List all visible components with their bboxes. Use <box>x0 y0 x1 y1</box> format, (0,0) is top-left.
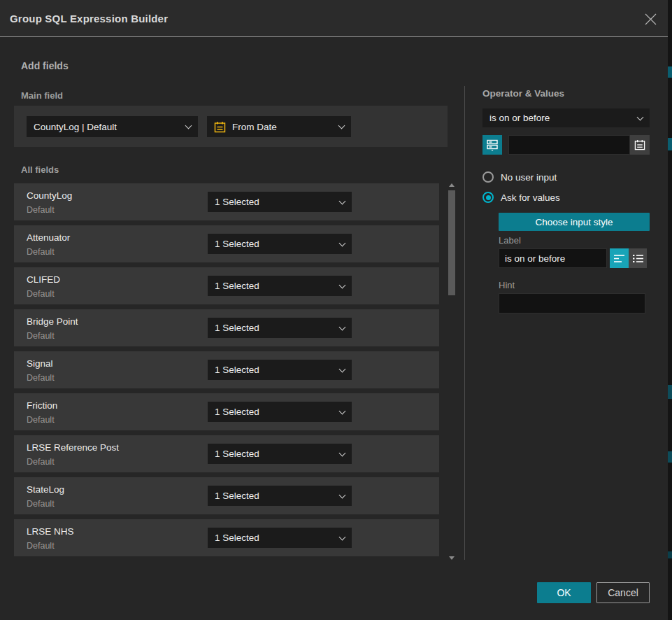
field-values-select[interactable]: 1 Selected <box>208 402 352 422</box>
field-alias: Default <box>27 499 55 509</box>
panel-divider <box>464 86 465 560</box>
field-values-select-value: 1 Selected <box>215 407 334 417</box>
field-row: LRSE Reference Post Default 1 Selected <box>14 435 439 472</box>
field-row: CLIFED Default 1 Selected <box>14 267 439 304</box>
field-row: Signal Default 1 Selected <box>14 351 439 388</box>
operator-select-value: is on or before <box>489 113 632 123</box>
field-values-select[interactable]: 1 Selected <box>208 528 352 548</box>
dialog-title: Group SQL Expression Builder <box>10 13 168 24</box>
screen: Group SQL Expression Builder Add fields … <box>0 0 672 620</box>
dialog-group-sql-expression-builder: Group SQL Expression Builder Add fields … <box>0 0 668 620</box>
dialog-titlebar: Group SQL Expression Builder <box>0 0 668 37</box>
bullet-list-icon <box>633 254 643 263</box>
main-layer-select[interactable]: CountyLog | Default <box>27 116 198 137</box>
field-name: Attenuator <box>27 232 70 243</box>
field-name: Signal <box>27 358 53 369</box>
field-row: StateLog Default 1 Selected <box>14 477 439 514</box>
field-values-select-value: 1 Selected <box>215 197 334 207</box>
section-title: Add fields <box>21 60 69 71</box>
chevron-down-icon <box>339 197 346 204</box>
close-icon <box>645 13 657 25</box>
background-fragment <box>668 385 672 399</box>
field-row: CountyLog Default 1 Selected <box>14 183 439 220</box>
ok-button[interactable]: OK <box>537 582 591 603</box>
field-values-select-value: 1 Selected <box>215 365 334 375</box>
background-fragment <box>668 551 672 558</box>
field-row: Friction Default 1 Selected <box>14 393 439 430</box>
field-values-select-value: 1 Selected <box>215 323 334 333</box>
list-scrollbar[interactable] <box>448 183 455 560</box>
field-alias: Default <box>27 289 55 299</box>
close-button[interactable] <box>638 7 662 31</box>
field-values-select-value: 1 Selected <box>215 239 334 249</box>
all-fields-label: All fields <box>21 164 59 175</box>
field-values-select[interactable]: 1 Selected <box>208 444 352 464</box>
field-values-select-value: 1 Selected <box>215 533 334 543</box>
field-values-select[interactable]: 1 Selected <box>208 360 352 380</box>
operator-select[interactable]: is on or before <box>482 108 650 127</box>
radio-ask-for-values[interactable]: Ask for values <box>482 192 560 203</box>
background-fragment <box>668 138 672 150</box>
label-style-list-button[interactable] <box>629 248 647 268</box>
field-name: StateLog <box>27 484 64 495</box>
date-picker-button[interactable] <box>630 135 650 155</box>
value-date-input[interactable] <box>508 135 630 155</box>
field-alias: Default <box>27 331 55 341</box>
radio-unselected-icon <box>482 171 494 183</box>
main-field-select-value: From Date <box>232 122 334 132</box>
field-alias: Default <box>27 415 55 425</box>
label-style-text-button[interactable] <box>610 248 629 268</box>
align-left-icon <box>614 254 624 263</box>
radio-no-user-input[interactable]: No user input <box>482 171 557 183</box>
field-name: CountyLog <box>27 190 72 201</box>
background-app-edge <box>668 0 672 620</box>
chevron-down-icon <box>637 113 644 120</box>
main-field-label: Main field <box>21 90 63 101</box>
field-values-select-value: 1 Selected <box>215 449 334 459</box>
chevron-down-icon <box>339 533 346 540</box>
main-layer-select-value: CountyLog | Default <box>34 122 180 132</box>
radio-selected-icon <box>482 192 494 203</box>
scrollbar-thumb[interactable] <box>448 190 455 295</box>
stacked-values-icon <box>487 139 498 151</box>
label-field-label: Label <box>499 235 521 246</box>
input-type-button[interactable] <box>482 135 502 155</box>
choose-input-style-button[interactable]: Choose input style <box>499 213 650 231</box>
chevron-down-icon <box>339 281 346 288</box>
field-name: LRSE NHS <box>27 526 74 537</box>
hint-field-label: Hint <box>499 280 515 290</box>
field-name: Bridge Point <box>27 316 78 327</box>
chevron-down-icon <box>339 239 346 246</box>
field-row: LRSE NHS Default 1 Selected <box>14 519 439 556</box>
field-alias: Default <box>27 457 55 467</box>
field-values-select-value: 1 Selected <box>215 281 334 291</box>
operator-values-title: Operator & Values <box>482 88 564 99</box>
field-values-select[interactable]: 1 Selected <box>208 318 352 338</box>
field-values-select[interactable]: 1 Selected <box>208 486 352 506</box>
hint-input[interactable] <box>499 293 645 313</box>
field-name: CLIFED <box>27 274 60 285</box>
field-alias: Default <box>27 541 55 551</box>
scrollbar-up-arrow-icon[interactable] <box>449 183 455 187</box>
field-row: Attenuator Default 1 Selected <box>14 225 439 262</box>
cancel-button[interactable]: Cancel <box>596 582 650 603</box>
label-input[interactable] <box>499 248 607 268</box>
field-row: Bridge Point Default 1 Selected <box>14 309 439 346</box>
field-name: LRSE Reference Post <box>27 442 119 453</box>
field-values-select[interactable]: 1 Selected <box>208 276 352 296</box>
field-name: Friction <box>27 400 57 411</box>
background-fragment <box>668 66 672 78</box>
field-values-select[interactable]: 1 Selected <box>208 192 352 212</box>
field-alias: Default <box>27 205 55 215</box>
calendar-icon <box>214 121 226 133</box>
field-alias: Default <box>27 373 55 383</box>
calendar-icon <box>634 139 645 150</box>
chevron-down-icon <box>339 365 346 372</box>
field-values-select[interactable]: 1 Selected <box>208 234 352 254</box>
chevron-down-icon <box>339 407 346 414</box>
radio-no-user-input-label: No user input <box>501 172 557 183</box>
scrollbar-down-arrow-icon[interactable] <box>449 556 455 560</box>
background-fragment <box>668 451 672 463</box>
chevron-down-icon <box>339 449 346 456</box>
main-field-select[interactable]: From Date <box>207 116 351 137</box>
